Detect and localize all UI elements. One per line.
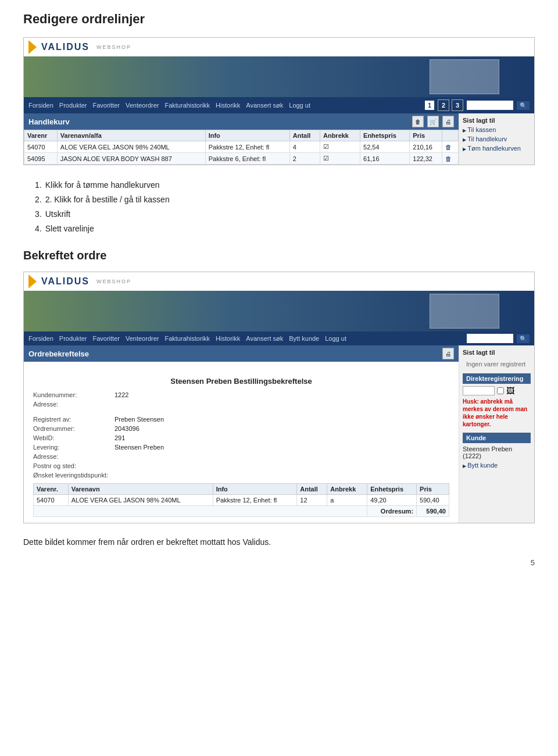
dir-reg-icon: 🖼 xyxy=(506,386,514,395)
banner-2 xyxy=(24,291,534,331)
sist-lagt-til-label-2: Sist lagt til xyxy=(463,349,531,356)
nav-fakturahistorikk[interactable]: Fakturahistorikk xyxy=(164,102,210,109)
nav-links: Forsiden Produkter Favoritter Venteordre… xyxy=(28,102,310,109)
dir-reg-input[interactable] xyxy=(463,386,495,395)
logo-text: VALIDUS xyxy=(41,42,90,52)
instruction-num: 1. xyxy=(35,180,42,190)
col-action xyxy=(442,130,459,141)
col-antall-2: Antall xyxy=(297,484,327,495)
cell-slett[interactable]: 🗑 xyxy=(442,153,459,165)
page-number: 5 xyxy=(23,558,535,567)
cell-antall: 12 xyxy=(297,495,327,506)
logo-sub: WEBSHOP xyxy=(96,44,131,50)
instruction-text: Klikk for å tømme handlekurven xyxy=(45,180,160,190)
cart-table-header: Varenr Varenavn/alfa Info Antall Anbrekk… xyxy=(24,130,459,141)
sidebar-til-handlekurv[interactable]: Til handlekurv xyxy=(463,135,531,142)
instruction-num: 2. xyxy=(35,195,42,204)
banner-overlay-2 xyxy=(430,294,499,329)
col-varenr: Varenr xyxy=(24,130,58,141)
nav2-produkter[interactable]: Produkter xyxy=(59,335,87,342)
nav2-fakturahistorikk[interactable]: Fakturahistorikk xyxy=(164,335,210,342)
main-layout: Handlekurv 🗑 🛒 🖨 Varenr Varenavn/alfa In… xyxy=(24,113,534,165)
instruction-2: 2.2. Klikk for å bestille / gå til kasse… xyxy=(35,194,535,206)
order-table-body: 54070 ALOE VERA GEL JASON 98% 240ML Pakk… xyxy=(34,495,449,517)
table-row: 54095 JASON ALOE VERA BODY WASH 887 Pakk… xyxy=(24,153,459,165)
dir-reg-checkbox[interactable] xyxy=(497,387,504,394)
nav2-favoritter[interactable]: Favoritter xyxy=(93,335,120,342)
logo-bar: VALIDUS WEBSHOP xyxy=(24,38,534,56)
direkteregistrering-title: Direkteregistrering xyxy=(463,373,531,384)
nav2-historikk[interactable]: Historikk xyxy=(216,335,240,342)
col-varenavn: Varenavn/alfa xyxy=(57,130,205,141)
field-kundenummer: Kundenummer: 1222 xyxy=(33,391,449,398)
nav-produkter[interactable]: Produkter xyxy=(59,102,87,109)
nav-historikk[interactable]: Historikk xyxy=(216,102,240,109)
step-badge-3: 3 xyxy=(452,99,463,111)
cell-enhetspris: 49,20 xyxy=(367,495,417,506)
logo-bar-2: VALIDUS WEBSHOP xyxy=(24,272,534,291)
cart-title: Handlekurv xyxy=(28,117,70,126)
nav2-logg-ut[interactable]: Logg ut xyxy=(325,335,346,342)
nav2-avansert-sok[interactable]: Avansert søk xyxy=(246,335,283,342)
order-sidebar: Sist lagt til Ingen varer registrert Dir… xyxy=(459,345,534,523)
nav-favoritter[interactable]: Favoritter xyxy=(93,102,120,109)
label-webid: WebID: xyxy=(33,434,115,441)
instruction-1: 1.Klikk for å tømme handlekurven xyxy=(35,179,535,191)
print-icon[interactable]: 🖨 xyxy=(442,348,454,359)
sist-lagt-til-label: Sist lagt til xyxy=(463,117,531,124)
search-input-2[interactable] xyxy=(467,334,513,343)
nav-forsiden[interactable]: Forsiden xyxy=(28,102,53,109)
search-button[interactable]: 🔍 xyxy=(517,101,530,110)
order-sum-row: Ordresum: 590,40 xyxy=(34,506,449,517)
col-varenr-2: Varenr. xyxy=(34,484,69,495)
nav2-bytt-kunde[interactable]: Bytt kunde xyxy=(289,335,319,342)
nav2-forsiden[interactable]: Forsiden xyxy=(28,335,53,342)
banner xyxy=(24,56,534,97)
logo-sub-2: WEBSHOP xyxy=(96,279,131,284)
table-row: 54070 ALOE VERA GEL JASON 98% 240ML Pakk… xyxy=(34,495,449,506)
cell-varenr: 54095 xyxy=(24,153,58,165)
nav2-venteordrer[interactable]: Venteordrer xyxy=(126,335,159,342)
field-levering: Levering: Steensen Preben xyxy=(33,444,449,451)
bytt-kunde-link[interactable]: Bytt kunde xyxy=(463,462,531,469)
kunde-title: Kunde xyxy=(463,433,531,443)
cart-icon-2[interactable]: 🛒 xyxy=(427,116,439,127)
instruction-3: 3.Utskrift xyxy=(35,208,535,220)
cell-pris: 210,16 xyxy=(410,141,442,153)
logo-triangle-icon-2 xyxy=(28,274,37,288)
sidebar-til-kassen[interactable]: Til kassen xyxy=(463,126,531,133)
cart-icon-3[interactable]: 🖨 xyxy=(442,116,454,127)
cell-sum-value: 590,40 xyxy=(417,506,449,517)
nav-venteordrer[interactable]: Venteordrer xyxy=(126,102,159,109)
col-enhetspris: Enhetspris xyxy=(360,130,410,141)
dir-reg-row: 🖼 xyxy=(463,386,531,395)
label-adresse2: Adresse: xyxy=(33,453,115,460)
order-fields: Kundenummer: 1222 Adresse: Registrert av… xyxy=(33,391,449,479)
cell-slett[interactable]: 🗑 xyxy=(442,141,459,153)
cell-sum-label: Ordresum: xyxy=(367,506,417,517)
cell-anbrekk: ☑ xyxy=(320,153,360,165)
cart-bar: Handlekurv 🗑 🛒 🖨 xyxy=(24,113,459,130)
nav-avansert-sok[interactable]: Avansert søk xyxy=(246,102,283,109)
no-items-text: Ingen varer registrert xyxy=(463,358,531,370)
instruction-num: 4. xyxy=(35,224,42,233)
kunde-name: Steensen Preben (1222) xyxy=(463,445,531,459)
sidebar-tom-handlekurven[interactable]: Tøm handlekurven xyxy=(463,145,531,152)
cell-info: Pakkstre 6, Enhet: fl xyxy=(205,153,289,165)
cell-info: Pakkstre 12, Enhet: fl xyxy=(213,495,297,506)
label-ordrenummer: Ordrenummer: xyxy=(33,425,115,432)
field-postnr: Postnr og sted: xyxy=(33,462,449,469)
field-adresse2: Adresse: xyxy=(33,453,449,460)
cart-table-body: 54070 ALOE VERA GEL JASON 98% 240ML Pakk… xyxy=(24,141,459,165)
field-onsket: Ønsket leveringstidspunkt: xyxy=(33,472,449,479)
search-button-2[interactable]: 🔍 xyxy=(517,334,530,343)
col-antall: Antall xyxy=(289,130,320,141)
search-input[interactable] xyxy=(467,101,513,110)
screenshot-handlekurv: VALIDUS WEBSHOP Forsiden Produkter Favor… xyxy=(23,37,535,165)
instructions-list: 1.Klikk for å tømme handlekurven 2.2. Kl… xyxy=(35,179,535,235)
cart-icon-1[interactable]: 🗑 xyxy=(412,116,424,127)
cart-table: Varenr Varenavn/alfa Info Antall Anbrekk… xyxy=(24,130,459,165)
label-kundenummer: Kundenummer: xyxy=(33,391,115,398)
main-layout-2: Ordrebekreftelse 🖨 Steensen Preben Besti… xyxy=(24,345,534,523)
nav-logg-ut[interactable]: Logg ut xyxy=(289,102,310,109)
